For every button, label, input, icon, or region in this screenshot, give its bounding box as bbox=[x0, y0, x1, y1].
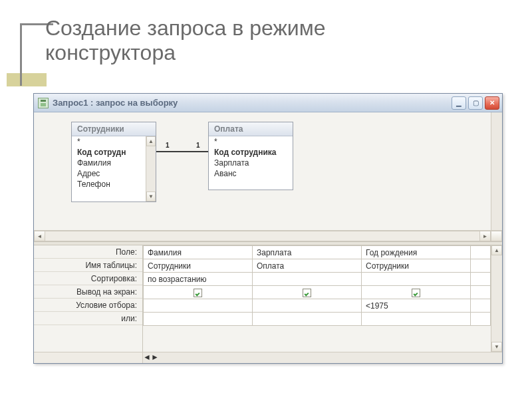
table-box-employees[interactable]: Сотрудники * Код сотрудн Фамилия Адрес Т… bbox=[71, 122, 156, 202]
design-grid-pane: Поле: Имя таблицы: Сортировка: Вывод на … bbox=[34, 245, 502, 352]
grid-cell-empty[interactable] bbox=[471, 313, 491, 326]
query-design-window: Запрос1 : запрос на выборку ▁ ▢ ✕ Сотруд… bbox=[33, 93, 503, 364]
scroll-up-icon[interactable]: ▲ bbox=[146, 136, 156, 146]
row-label-field: Поле: bbox=[34, 245, 142, 259]
table-field[interactable]: * bbox=[209, 136, 293, 147]
grid-cell-show[interactable] bbox=[144, 286, 253, 299]
grid-horizontal-scrollbar[interactable]: ◄ ► bbox=[34, 352, 502, 363]
slide-title: Создание запроса в режиме конструктора bbox=[45, 16, 326, 65]
scroll-left-icon[interactable]: ◄ bbox=[34, 231, 45, 241]
window-title: Запрос1 : запрос на выборку bbox=[53, 98, 178, 108]
table-scrollbar[interactable]: ▲ ▼ bbox=[146, 136, 156, 201]
scroll-right-icon[interactable]: ► bbox=[479, 231, 491, 241]
grid-vertical-scrollbar[interactable]: ▲ ▼ bbox=[491, 245, 502, 352]
slide-title-line1: Создание запроса в режиме bbox=[45, 16, 326, 40]
table-field[interactable]: Аванс bbox=[209, 168, 293, 179]
scroll-down-icon[interactable]: ▼ bbox=[491, 342, 502, 352]
row-label-or: или: bbox=[34, 312, 142, 325]
relation-cardinality-right: 1 bbox=[196, 142, 200, 149]
scroll-up-icon[interactable]: ▲ bbox=[491, 245, 502, 255]
grid-row-table: Сотрудники Оплата Сотрудники bbox=[144, 259, 491, 273]
window-titlebar[interactable]: Запрос1 : запрос на выборку ▁ ▢ ✕ bbox=[34, 94, 502, 112]
row-label-sort: Сортировка: bbox=[34, 272, 142, 285]
grid-cell[interactable]: Фамилия bbox=[144, 246, 253, 259]
grid-cell-empty[interactable] bbox=[471, 259, 491, 273]
grid-cell[interactable]: Сотрудники bbox=[362, 259, 471, 273]
table-field[interactable]: Код сотрудн bbox=[72, 147, 156, 158]
slide-title-line2: конструктора bbox=[45, 41, 176, 65]
grid-row-or bbox=[144, 313, 491, 326]
minimize-button[interactable]: ▁ bbox=[452, 96, 466, 110]
relation-cardinality-left: 1 bbox=[166, 142, 170, 149]
grid-cell[interactable]: Зарплата bbox=[253, 246, 362, 259]
grid-cell[interactable] bbox=[144, 313, 253, 326]
table-field[interactable]: Адрес bbox=[72, 168, 156, 179]
design-row-labels: Поле: Имя таблицы: Сортировка: Вывод на … bbox=[34, 245, 143, 352]
grid-row-sort: по возрастанию bbox=[144, 273, 491, 286]
table-field[interactable]: Фамилия bbox=[72, 158, 156, 168]
grid-cell[interactable] bbox=[362, 273, 471, 286]
grid-cell[interactable] bbox=[253, 273, 362, 286]
row-label-table: Имя таблицы: bbox=[34, 259, 142, 272]
grid-row-criteria: <1975 bbox=[144, 299, 491, 313]
table-field[interactable]: Зарплата bbox=[209, 158, 293, 168]
grid-cell-show[interactable] bbox=[362, 286, 471, 299]
scrollbar-corner bbox=[491, 231, 502, 241]
table-box-payment[interactable]: Оплата * Код сотрудника Зарплата Аванс bbox=[208, 122, 293, 190]
grid-cell[interactable] bbox=[144, 299, 253, 313]
checkbox-icon[interactable] bbox=[412, 289, 420, 297]
grid-cell[interactable]: Оплата bbox=[253, 259, 362, 273]
relationship-line[interactable] bbox=[156, 151, 208, 152]
grid-cell[interactable] bbox=[362, 313, 471, 326]
table-title[interactable]: Оплата bbox=[209, 122, 293, 136]
grid-cell[interactable]: <1975 bbox=[362, 299, 471, 313]
grid-cell-show[interactable] bbox=[253, 286, 362, 299]
scroll-right-icon[interactable]: ► bbox=[151, 352, 159, 363]
table-title[interactable]: Сотрудники bbox=[72, 122, 156, 136]
grid-cell[interactable] bbox=[253, 313, 362, 326]
query-icon bbox=[38, 98, 49, 108]
grid-cell[interactable]: Год рождения bbox=[362, 246, 471, 259]
grid-cell-empty[interactable] bbox=[471, 286, 491, 299]
table-field[interactable]: * bbox=[72, 136, 156, 147]
grid-cell-empty[interactable] bbox=[471, 273, 491, 286]
table-field[interactable]: Телефон bbox=[72, 179, 156, 190]
checkbox-icon[interactable] bbox=[303, 289, 311, 297]
row-label-criteria: Условие отбора: bbox=[34, 299, 142, 312]
grid-cell[interactable]: по возрастанию bbox=[144, 273, 253, 286]
table-field[interactable]: Код сотрудника bbox=[209, 147, 293, 158]
grid-cell-empty[interactable] bbox=[471, 246, 491, 259]
grid-cell[interactable] bbox=[253, 299, 362, 313]
row-label-show: Вывод на экран: bbox=[34, 285, 142, 299]
checkbox-icon[interactable] bbox=[194, 289, 202, 297]
scroll-left-icon[interactable]: ◄ bbox=[143, 352, 151, 363]
tables-pane[interactable]: Сотрудники * Код сотрудн Фамилия Адрес Т… bbox=[34, 112, 502, 241]
scroll-down-icon[interactable]: ▼ bbox=[146, 192, 156, 201]
grid-row-field: Фамилия Зарплата Год рождения bbox=[144, 246, 491, 259]
design-grid[interactable]: Фамилия Зарплата Год рождения Сотрудники… bbox=[143, 245, 491, 352]
grid-row-show bbox=[144, 286, 491, 299]
close-button[interactable]: ✕ bbox=[485, 96, 499, 110]
maximize-button[interactable]: ▢ bbox=[468, 96, 483, 110]
scrollbar-corner bbox=[159, 352, 170, 363]
grid-cell[interactable]: Сотрудники bbox=[144, 259, 253, 273]
pane-horizontal-scrollbar[interactable]: ◄ ► bbox=[34, 230, 502, 241]
grid-cell-empty[interactable] bbox=[471, 299, 491, 313]
pane-vertical-scrollbar[interactable] bbox=[491, 112, 502, 230]
